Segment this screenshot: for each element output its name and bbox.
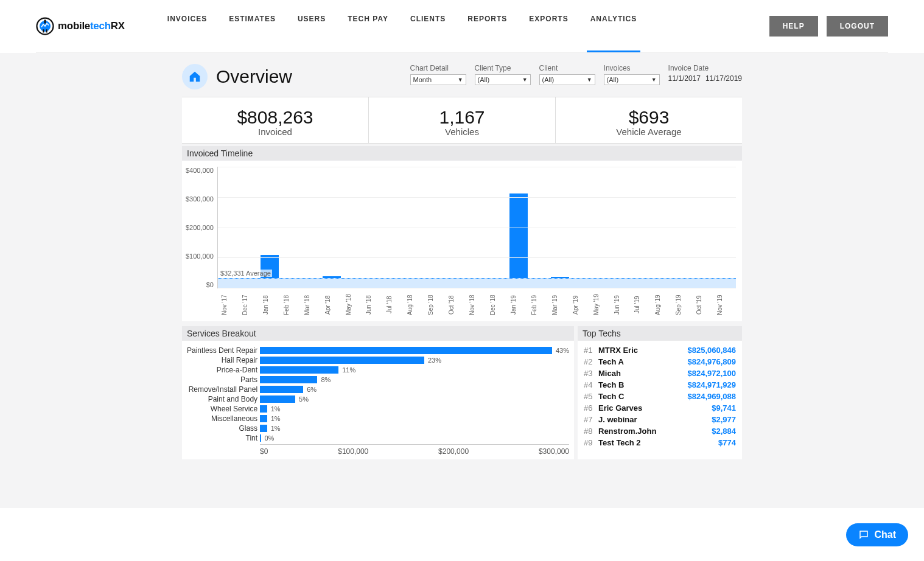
nav-item-estimates[interactable]: ESTIMATES — [229, 15, 276, 40]
nav-item-invoices[interactable]: INVOICES — [167, 15, 207, 40]
page-title: Overview — [216, 66, 292, 87]
service-bar[interactable]: 1% — [260, 404, 569, 414]
invoice-date-range[interactable]: 11/1/2017 11/17/2019 — [668, 74, 742, 83]
client-select[interactable]: (All)▼ — [539, 74, 595, 85]
service-bar[interactable]: 1% — [260, 414, 569, 423]
top-tech-row[interactable]: #9Test Tech 2$774 — [584, 437, 736, 448]
chart-detail-select[interactable]: Month▼ — [410, 74, 466, 85]
invoices-filter-select[interactable]: (All)▼ — [604, 74, 660, 85]
top-techs-list: #1MTRX Eric$825,060,846#2Tech A$824,976,… — [578, 341, 742, 452]
top-tech-row[interactable]: #5Tech C$824,969,088 — [584, 391, 736, 402]
timeline-bar[interactable] — [509, 193, 528, 288]
home-icon-badge — [182, 64, 208, 89]
home-icon — [188, 70, 201, 83]
summary-stats: $808,263 Invoiced 1,167 Vehicles $693 Ve… — [182, 97, 742, 144]
invoices-filter-label: Invoices — [604, 64, 660, 72]
top-tech-row[interactable]: #4Tech B$824,971,929 — [584, 379, 736, 391]
help-button[interactable]: HELP — [769, 16, 818, 37]
top-tech-row[interactable]: #7J. webinar$2,977 — [584, 414, 736, 425]
service-bar[interactable]: 8% — [260, 375, 569, 385]
top-tech-row[interactable]: #2Tech A$824,976,809 — [584, 356, 736, 368]
service-bar[interactable]: 5% — [260, 394, 569, 404]
client-label: Client — [539, 64, 595, 72]
stat-vehicles: 1,167 Vehicles — [369, 97, 556, 143]
svg-rect-4 — [46, 29, 47, 32]
main-nav: INVOICESESTIMATESUSERSTECH PAYCLIENTSREP… — [167, 12, 769, 40]
brand-logo[interactable]: mobiletechRX — [36, 17, 125, 35]
svg-rect-2 — [44, 20, 46, 24]
top-header: mobiletechRX INVOICESESTIMATESUSERSTECH … — [36, 0, 888, 53]
brand-name: mobiletechRX — [58, 20, 125, 32]
services-breakout-chart[interactable]: Paintless Dent RepairHail RepairPrice-a-… — [182, 341, 574, 459]
nav-item-tech-pay[interactable]: TECH PAY — [348, 15, 388, 40]
nav-item-users[interactable]: USERS — [298, 15, 326, 40]
top-tech-row[interactable]: #8Renstrom.John$2,884 — [584, 425, 736, 437]
top-techs-header: Top Techs — [578, 326, 742, 341]
service-bar[interactable]: 11% — [260, 365, 569, 375]
nav-item-reports[interactable]: REPORTS — [467, 15, 507, 40]
stat-invoiced: $808,263 Invoiced — [182, 97, 369, 143]
nav-item-exports[interactable]: EXPORTS — [529, 15, 568, 40]
service-bar[interactable]: 1% — [260, 423, 569, 433]
top-tech-row[interactable]: #6Eric Garves$9,741 — [584, 402, 736, 414]
client-type-select[interactable]: (All)▼ — [475, 74, 531, 85]
stat-vehicle-average: $693 Vehicle Average — [556, 97, 742, 143]
services-breakout-header: Services Breakout — [182, 326, 574, 341]
invoiced-timeline-chart[interactable]: $400,000$300,000$200,000$100,000$0 $32,3… — [182, 161, 742, 321]
chart-detail-label: Chart Detail — [410, 64, 466, 72]
invoiced-timeline-header: Invoiced Timeline — [182, 146, 742, 161]
client-type-label: Client Type — [475, 64, 531, 72]
top-tech-row[interactable]: #1MTRX Eric$825,060,846 — [584, 344, 736, 356]
service-bar[interactable]: 23% — [260, 355, 569, 365]
top-tech-row[interactable]: #3Micah$824,972,100 — [584, 368, 736, 379]
service-bar[interactable]: 6% — [260, 385, 569, 394]
logout-button[interactable]: LOGOUT — [827, 16, 888, 37]
brand-logo-icon — [36, 17, 54, 35]
nav-item-clients[interactable]: CLIENTS — [410, 15, 446, 40]
svg-rect-3 — [43, 29, 44, 32]
invoice-date-label: Invoice Date — [668, 64, 742, 72]
service-bar[interactable]: 43% — [260, 346, 569, 355]
nav-item-analytics[interactable]: ANALYTICS — [590, 15, 637, 40]
service-bar[interactable]: 0% — [260, 433, 569, 443]
